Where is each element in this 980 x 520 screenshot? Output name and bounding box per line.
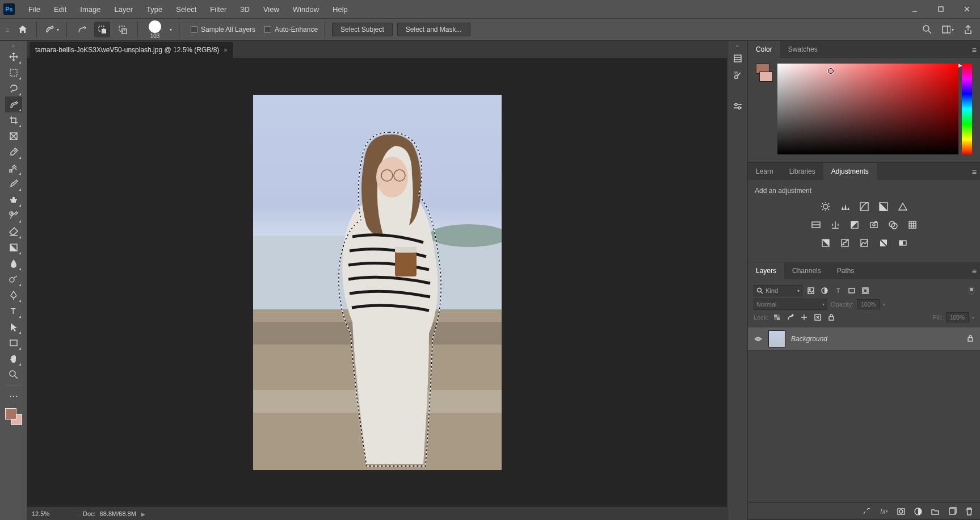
posterize-icon[interactable] (839, 237, 851, 249)
toolbar-collapse-icon[interactable]: » (0, 43, 27, 49)
threshold-icon[interactable] (858, 237, 870, 249)
lock-image-icon[interactable] (785, 312, 796, 322)
group-layers-icon[interactable] (930, 506, 940, 517)
dodge-tool[interactable] (5, 271, 22, 287)
edit-toolbar-button[interactable]: ⋯ (5, 388, 22, 404)
lasso-tool[interactable] (5, 81, 22, 97)
crop-tool[interactable] (5, 112, 22, 128)
vibrance-icon[interactable] (897, 200, 909, 213)
subtract-selection-button[interactable] (115, 22, 131, 37)
document-tab[interactable]: tamara-bellis-JoKS3XweV50-unsplash.jpg @… (30, 42, 233, 58)
maximize-button[interactable] (928, 0, 954, 18)
pen-tool[interactable] (5, 287, 22, 303)
panel-menu-icon[interactable]: ≡ (972, 45, 977, 54)
tab-adjustments[interactable]: Adjustments (823, 163, 877, 180)
type-tool[interactable]: T (5, 303, 22, 319)
menu-select[interactable]: Select (169, 5, 203, 14)
menu-help[interactable]: Help (326, 5, 355, 14)
healing-brush-tool[interactable] (5, 160, 22, 176)
menu-window[interactable]: Window (286, 5, 326, 14)
history-panel-icon[interactable] (730, 51, 745, 66)
menu-layer[interactable]: Layer (108, 5, 140, 14)
layer-style-icon[interactable]: fx▾ (879, 506, 889, 517)
link-layers-icon[interactable] (862, 506, 872, 517)
menu-filter[interactable]: Filter (203, 5, 233, 14)
tab-channels[interactable]: Channels (784, 262, 829, 279)
filter-smart-icon[interactable] (860, 286, 870, 296)
color-swatch[interactable] (5, 408, 22, 425)
filter-pixel-icon[interactable] (806, 286, 816, 296)
add-selection-button[interactable] (94, 22, 110, 37)
lock-transparency-icon[interactable] (772, 312, 782, 322)
photo-filter-icon[interactable] (868, 219, 880, 231)
filter-shape-icon[interactable] (847, 286, 857, 296)
menu-type[interactable]: Type (140, 5, 169, 14)
menu-image[interactable]: Image (73, 5, 107, 14)
move-tool[interactable] (5, 49, 22, 65)
blur-tool[interactable] (5, 255, 22, 271)
tool-preset-picker[interactable]: ▾ (44, 22, 60, 37)
zoom-tool[interactable] (5, 367, 22, 383)
close-tab-icon[interactable]: × (224, 47, 227, 53)
panel-color-swatch[interactable] (756, 64, 774, 154)
layer-name[interactable]: Background (791, 335, 961, 343)
tab-color[interactable]: Color (748, 41, 780, 58)
tab-paths[interactable]: Paths (829, 262, 863, 279)
strip-collapse-icon[interactable]: « (727, 43, 747, 49)
doc-size[interactable]: Doc: 68.8M/68.8M ▶ (78, 510, 150, 517)
curves-icon[interactable] (858, 200, 870, 213)
opacity-input[interactable]: 100% (857, 299, 880, 309)
color-field[interactable] (777, 64, 958, 154)
search-icon[interactable] (921, 23, 933, 36)
lock-all-icon[interactable] (826, 312, 836, 322)
filter-adjustment-icon[interactable] (819, 286, 830, 296)
rectangle-tool[interactable] (5, 335, 22, 351)
selective-color-icon[interactable] (877, 237, 890, 249)
color-lookup-icon[interactable] (906, 219, 919, 231)
panel-menu-icon[interactable]: ≡ (972, 267, 977, 276)
sample-all-layers-checkbox[interactable]: Sample All Layers (191, 26, 255, 33)
workspace-switcher-icon[interactable]: ▾ (941, 23, 954, 36)
lock-position-icon[interactable] (799, 312, 809, 322)
hue-slider[interactable]: ▶ (962, 64, 972, 154)
tab-learn[interactable]: Learn (748, 163, 781, 180)
eyedropper-tool[interactable] (5, 144, 22, 160)
frame-tool[interactable] (5, 128, 22, 144)
zoom-level[interactable]: 12.5% (27, 510, 78, 517)
home-button[interactable] (16, 23, 30, 36)
brush-tool[interactable] (5, 176, 22, 192)
visibility-toggle-icon[interactable] (754, 334, 763, 343)
canvas[interactable] (27, 58, 727, 506)
history-brush-tool[interactable] (5, 208, 22, 224)
channel-mixer-icon[interactable] (887, 219, 899, 231)
auto-enhance-checkbox[interactable]: Auto-Enhance (264, 26, 318, 33)
share-icon[interactable] (962, 23, 974, 36)
gradient-map-icon[interactable] (897, 237, 909, 249)
brush-settings-panel-icon[interactable]: 85 (730, 68, 745, 83)
blend-mode-select[interactable]: Normal▾ (754, 299, 827, 310)
marquee-tool[interactable] (5, 65, 22, 81)
tab-libraries[interactable]: Libraries (781, 163, 823, 180)
hand-tool[interactable] (5, 351, 22, 367)
lock-artboard-icon[interactable] (813, 312, 823, 322)
menu-edit[interactable]: Edit (47, 5, 73, 14)
properties-panel-icon[interactable] (730, 99, 745, 114)
fill-input[interactable]: 100% (946, 312, 969, 322)
invert-icon[interactable] (819, 237, 832, 249)
menu-3d[interactable]: 3D (233, 5, 256, 14)
new-layer-icon[interactable] (947, 506, 957, 517)
black-white-icon[interactable] (848, 219, 861, 231)
brightness-contrast-icon[interactable] (819, 200, 832, 213)
minimize-button[interactable] (902, 0, 928, 18)
options-gripper[interactable] (6, 24, 9, 35)
filter-type-icon[interactable]: T (833, 286, 843, 296)
close-button[interactable] (954, 0, 980, 18)
select-subject-button[interactable]: Select Subject (332, 23, 393, 36)
adjustment-layer-icon[interactable] (913, 506, 923, 517)
panel-menu-icon[interactable]: ≡ (972, 167, 977, 177)
exposure-icon[interactable] (877, 200, 890, 213)
brush-picker[interactable]: 103 (145, 20, 165, 39)
gradient-tool[interactable] (5, 240, 22, 255)
color-balance-icon[interactable] (829, 219, 842, 231)
layer-thumbnail[interactable] (768, 330, 785, 347)
